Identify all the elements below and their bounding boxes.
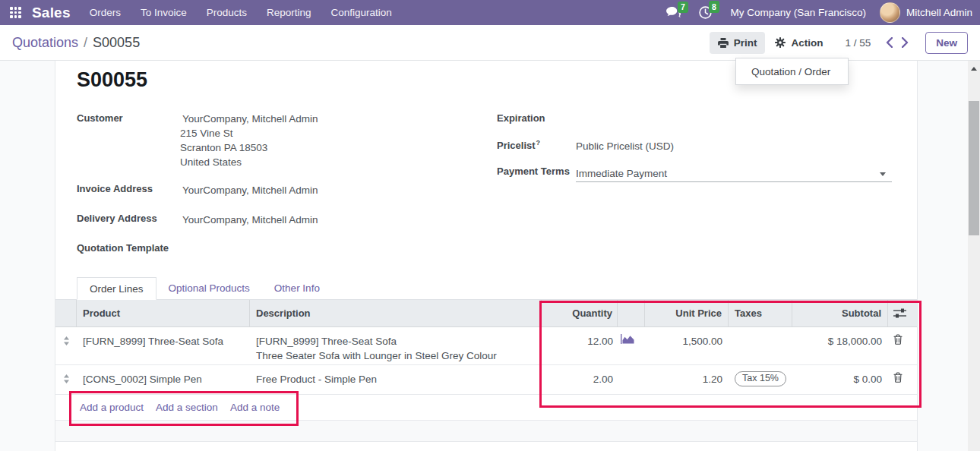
odoo-sales-app: Sales Orders To Invoice Products Reporti…: [0, 0, 980, 451]
product-column-header[interactable]: Product: [77, 300, 250, 326]
product-cell[interactable]: [CONS_0002] Simple Pen: [77, 365, 250, 394]
chevron-left-icon: [886, 37, 893, 48]
quotation-form-sheet: S00055 Customer YourCompany, Mitchell Ad…: [55, 61, 918, 451]
breadcrumb-quotations-link[interactable]: Quotations: [12, 35, 78, 51]
printer-icon: [718, 38, 729, 48]
description-cell[interactable]: [FURN_8999] Three-Seat Sofa Three Seater…: [250, 327, 542, 364]
unit-price-cell[interactable]: 1,500.00: [645, 327, 729, 364]
print-menu-item-quotation-order[interactable]: Quotation / Order: [751, 66, 830, 77]
customer-address-line: Scranton PA 18503: [180, 142, 267, 153]
messages-count-badge: 7: [678, 2, 689, 14]
new-button[interactable]: New: [925, 32, 968, 54]
customer-value[interactable]: YourCompany, Mitchell Admin: [182, 113, 318, 125]
trash-icon[interactable]: [893, 334, 912, 345]
vertical-scrollbar[interactable]: [968, 61, 980, 451]
trash-icon[interactable]: [893, 372, 912, 383]
order-lines-table: Product Description Quantity Unit Price …: [55, 300, 917, 421]
forecast-area-chart-icon[interactable]: [621, 334, 642, 344]
payment-terms-value[interactable]: Immediate Payment: [576, 168, 667, 179]
action-button-label: Action: [791, 37, 823, 49]
taxes-cell[interactable]: Tax 15%: [729, 365, 792, 394]
unit-price-cell[interactable]: 1.20: [645, 365, 729, 394]
quantity-cell[interactable]: 2.00: [542, 365, 618, 394]
forecast-column-header: [618, 300, 645, 326]
row-drag-handle[interactable]: [55, 365, 77, 394]
quantity-column-header[interactable]: Quantity: [542, 300, 618, 326]
tax-badge[interactable]: Tax 15%: [735, 371, 786, 386]
user-menu[interactable]: Mitchell Admin: [906, 7, 972, 18]
print-dropdown-menu: Quotation / Order: [735, 58, 849, 85]
tab-optional-products[interactable]: Optional Products: [156, 277, 262, 299]
order-lines-header-row: Product Description Quantity Unit Price …: [55, 300, 917, 327]
control-panel-actions: Print Action: [710, 32, 968, 54]
sort-handle-icon: [64, 374, 69, 383]
pricelist-help-icon: ?: [536, 139, 541, 147]
apps-grid-icon[interactable]: [10, 7, 21, 18]
print-button[interactable]: Print: [710, 32, 766, 54]
menu-to-invoice[interactable]: To Invoice: [131, 0, 197, 25]
row-drag-handle[interactable]: [55, 327, 77, 364]
top-navbar: Sales Orders To Invoice Products Reporti…: [0, 0, 980, 25]
menu-reporting[interactable]: Reporting: [257, 0, 321, 25]
payment-terms-field-underline: [576, 181, 892, 182]
customer-address-line: United States: [180, 156, 242, 168]
pricelist-value[interactable]: Public Pricelist (USD): [576, 140, 674, 152]
table-row[interactable]: [CONS_0002] Simple Pen Free Product - Si…: [55, 365, 917, 395]
customer-label: Customer: [77, 112, 123, 124]
unit-price-column-header[interactable]: Unit Price: [645, 300, 729, 326]
delivery-address-label: Delivery Address: [77, 213, 157, 224]
description-line-2: Three Seater Sofa with Lounger in Steel …: [256, 348, 536, 363]
add-a-note-link[interactable]: Add a note: [230, 402, 280, 413]
app-name[interactable]: Sales: [32, 5, 71, 21]
tab-other-info[interactable]: Other Info: [262, 277, 332, 299]
messages-button[interactable]: 7: [666, 7, 681, 19]
tab-order-lines[interactable]: Order Lines: [77, 277, 156, 300]
payment-terms-label: Payment Terms: [497, 166, 570, 177]
action-button[interactable]: Action: [767, 32, 831, 54]
company-switcher[interactable]: My Company (San Francisco): [730, 7, 866, 18]
activities-count-badge: 8: [709, 1, 720, 13]
customer-address-line: 215 Vine St: [180, 128, 233, 139]
breadcrumb-separator: /: [84, 35, 87, 51]
user-avatar[interactable]: [880, 2, 900, 23]
menu-products[interactable]: Products: [197, 0, 257, 25]
pager-previous-button[interactable]: [881, 34, 897, 51]
table-row[interactable]: [FURN_8999] Three-Seat Sofa [FURN_8999] …: [55, 327, 917, 365]
delete-row-cell: [888, 365, 918, 394]
control-panel: Quotations / S00055 Print: [0, 25, 980, 61]
print-button-label: Print: [734, 37, 757, 49]
forecast-cell: [618, 327, 645, 364]
record-pager: 1 / 55: [845, 37, 871, 49]
chevron-right-icon: [902, 37, 909, 48]
breadcrumb: Quotations / S00055: [12, 35, 140, 51]
notebook-tabs: Order Lines Optional Products Other Info: [55, 277, 917, 300]
delivery-address-value[interactable]: YourCompany, Mitchell Admin: [182, 214, 318, 226]
gear-icon: [775, 37, 786, 48]
payment-terms-dropdown-caret-icon[interactable]: [880, 172, 886, 176]
handle-column-header: [55, 300, 77, 326]
scrollbar-thumb[interactable]: [969, 101, 979, 235]
breadcrumb-current-record: S00055: [93, 35, 140, 51]
description-column-header[interactable]: Description: [250, 300, 542, 326]
menu-configuration[interactable]: Configuration: [321, 0, 402, 25]
column-options-sliders-icon[interactable]: [893, 308, 906, 318]
invoice-address-value[interactable]: YourCompany, Mitchell Admin: [182, 184, 318, 196]
quantity-cell[interactable]: 12.00: [542, 327, 618, 364]
menu-orders[interactable]: Orders: [80, 0, 131, 25]
activities-button[interactable]: 8: [699, 6, 712, 19]
add-a-product-link[interactable]: Add a product: [80, 402, 144, 413]
forecast-cell: [618, 365, 645, 394]
pricelist-label: Pricelist?: [497, 139, 540, 151]
sort-handle-icon: [64, 336, 69, 345]
taxes-cell[interactable]: [729, 327, 792, 364]
add-a-section-link[interactable]: Add a section: [156, 402, 218, 413]
description-cell[interactable]: Free Product - Simple Pen: [250, 365, 542, 394]
product-cell[interactable]: [FURN_8999] Three-Seat Sofa: [77, 327, 250, 364]
top-menu: Orders To Invoice Products Reporting Con…: [80, 0, 402, 25]
pager-next-button[interactable]: [897, 34, 913, 51]
scrollbar-up-arrow-icon[interactable]: [971, 67, 977, 71]
quotation-title[interactable]: S00055: [77, 68, 147, 92]
subtotal-column-header[interactable]: Subtotal: [792, 300, 888, 326]
optional-columns-header: [888, 300, 918, 326]
taxes-column-header[interactable]: Taxes: [729, 300, 792, 326]
